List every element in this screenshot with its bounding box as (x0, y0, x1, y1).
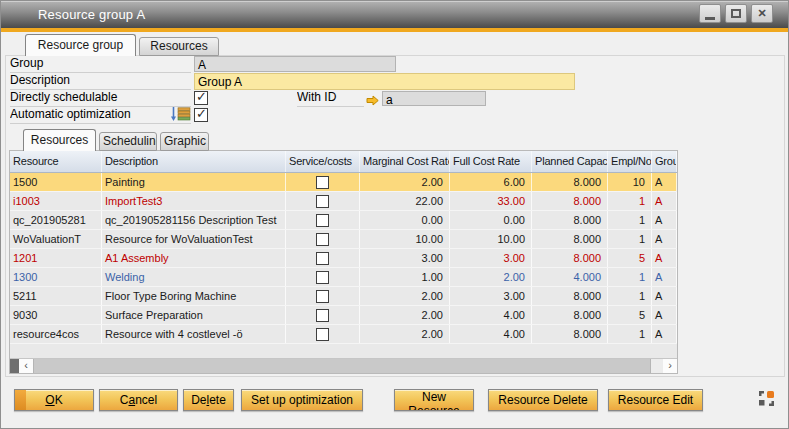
subtab-graphic[interactable]: Graphic (160, 132, 209, 151)
group-field[interactable]: A (194, 56, 396, 72)
subtab-resources[interactable]: Resources (23, 129, 96, 151)
directly-schedulable-checkbox[interactable] (194, 91, 208, 105)
resources-table: ResourceDescriptionService/costsMarginal… (9, 150, 678, 374)
service-costs-cell (286, 325, 360, 343)
subtab-scheduling[interactable]: Scheduling (99, 132, 157, 151)
maximize-button[interactable] (725, 4, 747, 23)
group-label: Group (10, 56, 191, 73)
empl-cell: 10 (608, 173, 652, 191)
collapse-form-icon[interactable] (758, 390, 776, 408)
description-field[interactable]: Group A (194, 73, 575, 90)
horizontal-scrollbar[interactable]: ‹ › (10, 358, 677, 373)
table-row[interactable]: WoValuationTResource for WoValuationTest… (10, 230, 677, 249)
link-arrow-icon[interactable] (366, 92, 379, 103)
column-header-empl-no[interactable]: Empl/No. (608, 151, 652, 172)
scroll-left-button[interactable]: ‹ (19, 359, 33, 373)
titlebar[interactable]: Resource group A ✕ (1, 1, 788, 28)
accent-bar (1, 28, 788, 32)
empl-cell: 1 (608, 211, 652, 229)
planned-cell: 8.000 (532, 249, 608, 267)
service-costs-checkbox[interactable] (316, 233, 329, 246)
service-costs-checkbox[interactable] (316, 252, 329, 265)
empl-cell: 1 (608, 325, 652, 343)
service-costs-checkbox[interactable] (316, 195, 329, 208)
scroll-right-button[interactable]: › (663, 359, 677, 373)
full-cell: 2.00 (450, 268, 532, 286)
full-cell: 4.00 (450, 325, 532, 343)
column-header-resource[interactable]: Resource (10, 151, 102, 172)
table-row[interactable]: 5211Floor Type Boring Machine2.003.008.0… (10, 287, 677, 306)
group-cell: A (652, 173, 677, 191)
resource-cell: 1500 (10, 173, 102, 191)
marginal-cell: 2.00 (360, 306, 450, 324)
resource-cell: resource4cos (10, 325, 102, 343)
resource-delete-button[interactable]: Resource Delete (488, 389, 598, 411)
planned-cell: 8.000 (532, 306, 608, 324)
resource-cell: qc_201905281 (10, 211, 102, 229)
marginal-cell: 22.00 (360, 192, 450, 210)
new-resource-button[interactable]: New Resource (394, 389, 474, 411)
empl-cell: 5 (608, 249, 652, 267)
group-cell: A (652, 287, 677, 305)
scrollbar-track[interactable] (651, 359, 663, 373)
group-cell: A (652, 325, 677, 343)
tab-resources[interactable]: Resources (139, 37, 219, 56)
service-costs-checkbox[interactable] (316, 309, 329, 322)
description-cell: Resource for WoValuationTest (102, 230, 286, 248)
service-costs-checkbox[interactable] (316, 214, 329, 227)
planned-cell: 8.000 (532, 211, 608, 229)
table-row[interactable]: i1003ImportTest322.0033.008.0001A (10, 192, 677, 211)
maximize-icon (731, 9, 741, 18)
service-costs-checkbox[interactable] (316, 176, 329, 189)
column-header-marginal-cost-rate[interactable]: Marginal Cost Rate (360, 151, 450, 172)
full-cell: 4.00 (450, 306, 532, 324)
full-cell: 10.00 (450, 230, 532, 248)
service-costs-checkbox[interactable] (316, 271, 329, 284)
column-header-group[interactable]: Group (652, 151, 677, 172)
minimize-button[interactable] (699, 4, 721, 23)
service-costs-checkbox[interactable] (316, 328, 329, 341)
service-costs-checkbox[interactable] (316, 290, 329, 303)
scrollbar-thumb[interactable] (33, 359, 651, 373)
service-costs-cell (286, 287, 360, 305)
table-row[interactable]: qc_201905281qc_201905281156 Description … (10, 211, 677, 230)
planned-cell: 8.000 (532, 287, 608, 305)
marginal-cell: 1.00 (360, 268, 450, 286)
description-cell: A1 Assembly (102, 249, 286, 267)
scrollbar-splitter[interactable] (10, 359, 19, 373)
full-cell: 3.00 (450, 249, 532, 267)
close-button[interactable]: ✕ (751, 4, 773, 23)
table-row[interactable]: 1500Painting2.006.008.00010A (10, 173, 677, 192)
column-header-full-cost-rate[interactable]: Full Cost Rate (450, 151, 532, 172)
table-row[interactable]: 1300Welding1.002.004.0001A (10, 268, 677, 287)
window-title: Resource group A (38, 7, 145, 22)
ok-button[interactable]: OK (14, 389, 94, 411)
with-id-field[interactable]: a (382, 91, 486, 106)
automatic-optimization-label: Automatic optimization (10, 107, 191, 124)
scroll-left-icon: ‹ (24, 359, 28, 371)
resource-edit-button[interactable]: Resource Edit (608, 389, 703, 411)
delete-button[interactable]: Delete (183, 389, 234, 411)
description-cell: Surface Preparation (102, 306, 286, 324)
tab-resource-group[interactable]: Resource group (25, 34, 136, 56)
planned-cell: 4.000 (532, 268, 608, 286)
table-row[interactable]: 9030Surface Preparation2.004.008.0005A (10, 306, 677, 325)
column-header-service-costs[interactable]: Service/costs (286, 151, 360, 172)
service-costs-cell (286, 230, 360, 248)
column-header-planned-capaci[interactable]: Planned Capaci (532, 151, 608, 172)
group-cell: A (652, 192, 677, 210)
description-cell: ImportTest3 (102, 192, 286, 210)
set-up-optimization-button[interactable]: Set up optimization (241, 389, 363, 411)
description-cell: Resource with 4 costlevel -ö (102, 325, 286, 343)
empl-cell: 1 (608, 192, 652, 210)
automatic-optimization-checkbox[interactable] (194, 108, 208, 122)
planned-cell: 8.000 (532, 192, 608, 210)
scroll-right-icon: › (668, 359, 672, 371)
table-row[interactable]: 1201A1 Assembly3.003.008.0005A (10, 249, 677, 268)
cancel-button[interactable]: Cancel (99, 389, 178, 411)
table-row[interactable]: resource4cosResource with 4 costlevel -ö… (10, 325, 677, 344)
column-header-description[interactable]: Description (102, 151, 286, 172)
planned-cell: 8.000 (532, 173, 608, 191)
planned-cell: 8.000 (532, 230, 608, 248)
directly-schedulable-label: Directly schedulable (10, 90, 191, 107)
